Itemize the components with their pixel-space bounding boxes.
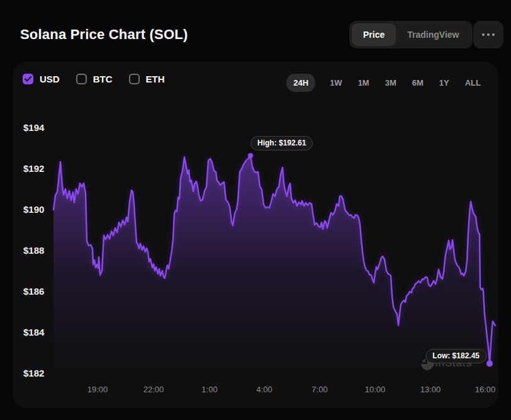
tab-price[interactable]: Price: [352, 23, 396, 46]
high-price-tooltip: High: $192.61: [250, 136, 313, 150]
page: Solana Price Chart (SOL) Price TradingVi…: [0, 0, 511, 420]
price-area-fill: [53, 156, 495, 380]
more-options-button[interactable]: [473, 21, 503, 48]
low-price-tooltip: Low: $182.45: [425, 349, 486, 363]
page-title: Solana Price Chart (SOL): [20, 26, 188, 43]
low-point-marker: [486, 360, 493, 366]
price-chart[interactable]: $194$192$190$188$186$184$18219:0022:001:…: [13, 62, 498, 408]
tab-tradingview[interactable]: TradingView: [396, 23, 470, 46]
chart-view-toggle: Price TradingView: [349, 21, 473, 48]
ellipsis-icon: [482, 33, 485, 36]
chart-card: USDBTCETH 24H1W1M3M6M1YALL $194$192$190$…: [13, 62, 498, 408]
high-point-marker: [248, 153, 253, 158]
